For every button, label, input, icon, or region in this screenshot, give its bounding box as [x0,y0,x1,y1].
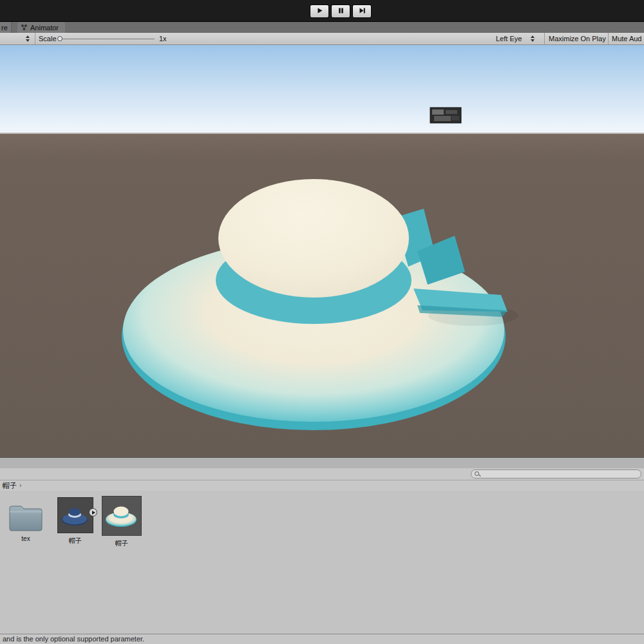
left-eye-dropdown[interactable]: Left Eye [496,33,535,44]
toolbar-separator [608,33,609,44]
editor-top-toolbar [0,0,644,21]
scale-value: 1x [159,33,167,44]
updown-arrows-icon [26,35,30,42]
tab-animator[interactable]: Animator [17,22,65,33]
scale-label: Scale [39,33,57,44]
asset-label: 帽子 [101,539,142,548]
breadcrumb: 帽子 › [0,481,644,491]
toolbar-separator [35,33,35,44]
left-eye-label: Left Eye [496,35,522,43]
project-search-row [0,468,644,480]
prefab-thumbnail [102,496,142,536]
horizon-haze [0,129,644,134]
game-view-toolbar: Scale 1x Left Eye Maximize On Play Mute … [0,33,644,45]
play-button[interactable] [310,5,329,18]
pause-icon [337,6,345,16]
toolbar-separator [544,33,545,44]
tab-animator-label: Animator [30,24,59,32]
panel-splitter[interactable] [0,457,644,468]
updown-arrows-icon [531,35,535,42]
asset-item-prefab-hat[interactable]: 帽子 [101,496,142,548]
model-thumbnail [57,497,93,533]
status-bar[interactable]: and is the only optional supported param… [0,634,644,644]
step-icon [359,6,366,16]
display-dropdown[interactable] [0,33,35,44]
play-icon [316,6,323,16]
chevron-right-icon: › [19,481,21,490]
scene-render [0,45,644,457]
status-message: and is the only optional supported param… [3,634,144,643]
asset-label: tex [5,535,46,542]
transport-controls [310,5,372,18]
search-field[interactable] [471,469,641,478]
tab-bar: re Animator [0,21,644,33]
asset-item-model-hat[interactable]: 帽子 [55,497,96,545]
magnifier-icon [475,471,480,477]
game-view-viewport[interactable] [0,45,644,457]
breadcrumb-folder[interactable]: 帽子 [3,481,17,490]
asset-label: 帽子 [55,536,96,545]
expand-arrow-icon[interactable] [89,508,97,516]
search-input[interactable] [480,470,641,478]
scale-slider-track[interactable] [59,39,155,39]
project-assets-grid: tex 帽子 [0,491,644,634]
tab-partial[interactable]: re [0,22,12,33]
step-button[interactable] [352,5,372,18]
mute-audio-button[interactable]: Mute Aud [612,33,641,44]
pause-button[interactable] [331,5,350,18]
folder-icon [8,502,44,532]
scale-slider-knob[interactable] [57,36,62,41]
animator-graph-icon [21,24,28,32]
asset-item-folder-tex[interactable]: tex [5,502,46,542]
sky [0,45,644,134]
maximize-on-play-button[interactable]: Maximize On Play [549,33,606,44]
floating-texture-quad [430,108,461,123]
